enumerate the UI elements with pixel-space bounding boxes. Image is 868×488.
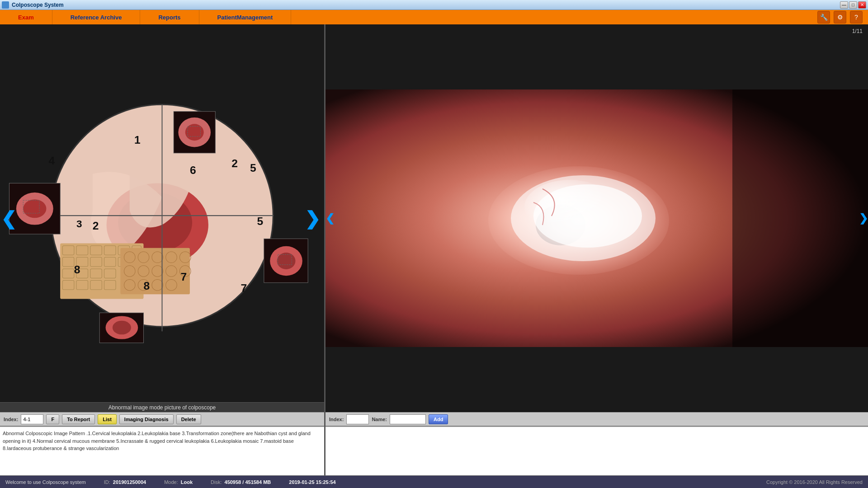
right-prev-arrow[interactable]: ❮	[326, 209, 335, 227]
datetime-value: 2019-01-25 15:25:54	[289, 479, 335, 485]
app-icon	[2, 1, 9, 9]
left-caption: Abnormal image mode picture of colposcop…	[0, 402, 324, 412]
add-button[interactable]: Add	[429, 414, 448, 424]
svg-text:7: 7	[180, 271, 187, 283]
id-item: ID: 201901250004	[104, 479, 146, 485]
disk-item: Disk: 450958 / 451584 MB	[211, 479, 271, 485]
app-title: Colposcope System	[12, 2, 840, 8]
window-controls: — □ ✕	[840, 1, 866, 9]
mode-label: Mode:	[164, 479, 178, 485]
right-name-input[interactable]	[390, 414, 426, 424]
statusbar: Welcome to use Colposcope system ID: 201…	[0, 475, 868, 488]
svg-text:3: 3	[76, 218, 82, 230]
index-input[interactable]	[21, 414, 43, 424]
svg-text:❯: ❯	[305, 208, 320, 230]
menu-reference[interactable]: Reference Archive	[52, 10, 141, 24]
svg-point-76	[524, 180, 615, 234]
tools-icon-btn[interactable]: 🔧	[817, 11, 830, 23]
right-index-input[interactable]	[346, 414, 369, 424]
maximize-button[interactable]: □	[849, 1, 857, 9]
svg-text:1: 1	[134, 134, 141, 146]
colposcopy-image	[326, 24, 868, 412]
right-panel: ❮ ❯ 1/11 Index: Name: Add	[326, 24, 868, 475]
image-counter: 1/11	[852, 28, 863, 34]
svg-text:5: 5	[250, 162, 256, 174]
id-value: 201901250004	[113, 479, 146, 485]
menu-reports[interactable]: Reports	[140, 10, 199, 24]
disk-label: Disk:	[211, 479, 222, 485]
svg-text:7: 7	[241, 282, 247, 294]
right-description[interactable]	[326, 427, 868, 475]
menubar-icons: 🔧 ⚙ ?	[817, 11, 868, 23]
to-report-button[interactable]: To Report	[62, 414, 95, 424]
index-label: Index:	[4, 417, 18, 422]
svg-text:6: 6	[190, 164, 196, 176]
menu-exam[interactable]: Exam	[0, 10, 52, 24]
main-content: 1 2 4 2 3 5 5 6 7 7 8 8 ❮ ❯ Abnormal ima…	[0, 24, 868, 475]
right-lower-panel	[326, 426, 868, 475]
svg-point-55	[113, 321, 131, 335]
minimize-button[interactable]: —	[840, 1, 848, 9]
welcome-text: Welcome to use Colposcope system	[5, 479, 86, 485]
imaging-diagnosis-button[interactable]: Imaging Diagnosis	[119, 414, 174, 424]
svg-text:2: 2	[93, 220, 99, 232]
f-button[interactable]: F	[46, 414, 59, 424]
svg-text:2: 2	[231, 157, 238, 169]
svg-text:4: 4	[49, 155, 55, 167]
svg-point-43	[23, 199, 46, 218]
mode-value: Look	[181, 479, 193, 485]
copyright-text: Copyright © 2016-2020 All Rights Reserve…	[766, 479, 863, 485]
close-button[interactable]: ✕	[858, 1, 866, 9]
svg-text:5: 5	[257, 215, 263, 227]
disk-value: 450958 / 451584 MB	[225, 479, 271, 485]
menubar: Exam Reference Archive Reports PatientMa…	[0, 10, 868, 24]
svg-text:8: 8	[144, 280, 150, 292]
right-image-area: ❮ ❯ 1/11	[326, 24, 868, 412]
right-control-bar: Index: Name: Add	[326, 412, 868, 426]
description-text[interactable]: Abnormal Colposcopic Image Pattern .1.Ce…	[0, 427, 324, 475]
svg-text:8: 8	[74, 263, 80, 276]
svg-text:❮: ❮	[1, 208, 16, 230]
help-icon-btn[interactable]: ?	[850, 11, 863, 23]
delete-button[interactable]: Delete	[176, 414, 201, 424]
right-index-label: Index:	[329, 417, 344, 422]
id-label: ID:	[104, 479, 110, 485]
svg-rect-77	[732, 89, 868, 347]
right-next-arrow[interactable]: ❯	[859, 209, 868, 227]
titlebar: Colposcope System — □ ✕	[0, 0, 868, 10]
mode-item: Mode: Look	[164, 479, 193, 485]
list-button[interactable]: List	[98, 414, 117, 424]
menu-patient-management[interactable]: PatientManagement	[199, 10, 292, 24]
left-image-area: 1 2 4 2 3 5 5 6 7 7 8 8 ❮ ❯	[0, 24, 324, 402]
left-lower-panel: Abnormal Colposcopic Image Pattern .1.Ce…	[0, 426, 324, 475]
right-name-label: Name:	[372, 417, 387, 422]
colposcope-diagram: 1 2 4 2 3 5 5 6 7 7 8 8 ❮ ❯	[0, 24, 324, 402]
left-panel: 1 2 4 2 3 5 5 6 7 7 8 8 ❮ ❯ Abnormal ima…	[0, 24, 326, 475]
svg-point-51	[277, 253, 296, 269]
left-control-bar: Index: F To Report List Imaging Diagnosi…	[0, 412, 324, 426]
settings-icon-btn[interactable]: ⚙	[834, 11, 846, 23]
